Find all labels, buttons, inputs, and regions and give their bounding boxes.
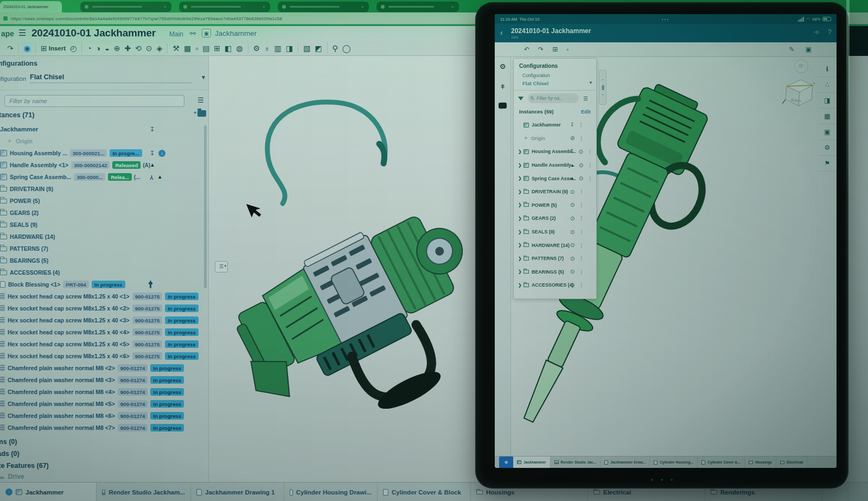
tree-row[interactable]: Hex socket head cap screw M8x1.25 x 40 <… bbox=[0, 326, 209, 338]
tree-row[interactable]: Block Blessing <1>PRT-094In progress bbox=[0, 278, 209, 290]
isolate-icon[interactable]: ◑ bbox=[94, 43, 103, 54]
release-icon[interactable]: ↧ bbox=[150, 126, 155, 132]
tree-row[interactable]: ❯SEALS (9)⊙⋮ bbox=[514, 225, 596, 239]
tree-row[interactable]: Chamfered plain washer normal M8 <3>900-… bbox=[0, 374, 209, 386]
move-icon[interactable]: ✚ bbox=[122, 43, 133, 54]
tree-row[interactable]: ❯PATTERNS (7)⊙⋮ bbox=[514, 252, 596, 265]
warning-triangle-icon[interactable]: ▲ bbox=[150, 162, 155, 168]
panel-section-header[interactable]: Mate Features (67) bbox=[0, 460, 209, 472]
browser-tab[interactable]: × bbox=[80, 2, 171, 12]
panel-scrollbar[interactable] bbox=[204, 125, 207, 288]
visibility-icon[interactable]: ⊙ bbox=[570, 269, 575, 275]
chevron-right-icon[interactable]: ❯ bbox=[518, 256, 523, 261]
tree-row[interactable]: Chamfered plain washer normal M8 <4>900-… bbox=[0, 386, 209, 398]
tags-icon[interactable]: ◩ bbox=[312, 43, 324, 54]
tree-row[interactable]: Spring Case Assemb...300-0000...Relea...… bbox=[0, 171, 209, 183]
browser-tab[interactable]: × bbox=[278, 2, 369, 12]
tree-row[interactable]: Chamfered plain washer normal M8 <7>900-… bbox=[0, 422, 209, 434]
tree-row[interactable]: ❯POWER (5)⊙⋮ bbox=[514, 199, 596, 212]
display-states-icon[interactable]: ◍ bbox=[234, 43, 245, 54]
tree-row[interactable]: ❯HARDWARE (14)⊙⋮ bbox=[514, 238, 596, 252]
present-icon[interactable]: ▣ bbox=[806, 46, 812, 53]
update-available-icon[interactable]: ↓ bbox=[158, 150, 165, 157]
doc-tab[interactable]: Cylinder Housing... bbox=[650, 456, 698, 468]
warning-triangle-icon[interactable]: ▲ bbox=[570, 176, 575, 181]
kebab-menu-icon[interactable]: ⋮ bbox=[579, 136, 584, 141]
kebab-menu-icon[interactable]: ⋮ bbox=[579, 189, 584, 194]
mate-icon[interactable]: ⚒ bbox=[170, 43, 182, 54]
kebab-menu-icon[interactable]: ⋮ bbox=[588, 162, 592, 168]
comments-icon[interactable] bbox=[499, 103, 507, 109]
translate-icon[interactable]: ⊙ bbox=[144, 43, 155, 54]
appearance-icon[interactable]: ◨ bbox=[818, 93, 837, 109]
tree-row[interactable]: PATTERNS (7) bbox=[0, 243, 209, 255]
doc-tab[interactable]: ◦Jackhammer bbox=[0, 483, 97, 501]
orbit-mode-icon[interactable]: ⟳ bbox=[794, 59, 808, 73]
panel-collapse-handle[interactable]: ⌃|||⌄ bbox=[599, 70, 607, 105]
share-icon[interactable]: ∴ bbox=[818, 77, 837, 93]
markup-icon[interactable]: ✎ bbox=[789, 46, 795, 53]
appearance-icon[interactable]: ◧ bbox=[222, 43, 234, 54]
tree-row[interactable]: ❯BEARINGS (5)⊙⋮ bbox=[514, 265, 596, 279]
kebab-menu-icon[interactable]: ⋮ bbox=[579, 215, 584, 221]
view-cube[interactable]: Bottom x bbox=[779, 74, 817, 110]
doc-tab[interactable]: Electrical bbox=[776, 456, 807, 468]
section-view-icon[interactable]: ◯ bbox=[340, 43, 353, 54]
select-tool-icon[interactable]: ◉ bbox=[22, 43, 33, 54]
comb-icon[interactable]: ▥ bbox=[272, 43, 284, 54]
relation-icon[interactable]: ▫ bbox=[193, 43, 200, 54]
visibility-icon[interactable]: ⊙ bbox=[570, 215, 575, 221]
tree-row[interactable]: Chamfered plain washer normal M8 <2>900-… bbox=[0, 362, 209, 374]
tree-row[interactable]: DRIVETRAIN (9) bbox=[0, 183, 209, 195]
visibility-icon[interactable]: ⊙ bbox=[579, 162, 583, 168]
drive-row[interactable]: ▸ ☁ Drive bbox=[0, 473, 24, 480]
group-icon[interactable]: ▦ bbox=[182, 43, 193, 54]
copy-icon[interactable]: ⊞ bbox=[552, 46, 558, 53]
chevron-down-icon[interactable]: ▼ bbox=[201, 74, 206, 80]
chevron-right-icon[interactable]: ❯ bbox=[518, 230, 523, 234]
kebab-menu-icon[interactable]: ⋮ bbox=[579, 229, 584, 234]
bom-icon[interactable]: ▦ bbox=[818, 109, 837, 124]
insert-button[interactable]: ⊞Insert bbox=[39, 43, 68, 54]
configurations-icon[interactable]: ⚙ bbox=[251, 43, 263, 54]
tablet-branch-name[interactable]: Dev bbox=[512, 35, 518, 39]
visibility-icon[interactable]: ⊙ bbox=[570, 189, 575, 195]
tree-row[interactable]: Jackhammer↧ bbox=[0, 123, 209, 135]
tree-row[interactable]: ❯GEARS (2)⊙⋮ bbox=[514, 212, 596, 225]
redo-icon[interactable]: ↷ bbox=[538, 46, 544, 53]
visibility-off-icon[interactable]: ⊘ bbox=[570, 135, 575, 141]
tree-row[interactable]: Hex socket head cap screw M8x1.25 x 40 <… bbox=[0, 290, 209, 302]
doc-tab-chip-icon[interactable]: ▣ bbox=[202, 29, 211, 37]
visibility-icon[interactable]: ⊙ bbox=[570, 282, 575, 288]
tree-row[interactable]: Hex socket head cap screw M8x1.25 x 40 <… bbox=[0, 314, 209, 326]
doc-tab[interactable]: Jackhammer bbox=[513, 456, 551, 468]
doc-tab[interactable]: Cylinder Housing Drawi... bbox=[284, 483, 378, 501]
kebab-menu-icon[interactable]: ⋮ bbox=[579, 269, 584, 275]
tree-row[interactable]: ❯Housing Assembl...↧⊙⋮ bbox=[514, 145, 596, 158]
kebab-menu-icon[interactable]: ⋮ bbox=[579, 282, 584, 288]
instances-header[interactable]: Instances (71) bbox=[0, 111, 34, 119]
tree-row[interactable]: ❯Spring Case Asse...▲⊙⋮ bbox=[514, 172, 596, 185]
chevron-right-icon[interactable]: ❯ bbox=[518, 149, 523, 154]
tree-row[interactable]: Chamfered plain washer normal M8 <5>900-… bbox=[0, 398, 209, 410]
tree-row[interactable]: Handle Assembly <1>300-00002142Released(… bbox=[0, 159, 209, 171]
explode-icon[interactable]: ⊕ bbox=[112, 43, 123, 54]
kebab-menu-icon[interactable]: ⋮ bbox=[588, 176, 592, 181]
configurations-panel-icon[interactable]: ⚙ bbox=[500, 62, 506, 71]
doc-tab[interactable]: Render Studio Jac... bbox=[551, 456, 601, 468]
kebab-menu-icon[interactable]: ⋮ bbox=[579, 243, 584, 248]
chevron-right-icon[interactable]: ❯ bbox=[518, 269, 523, 274]
tree-row[interactable]: POWER (5) bbox=[0, 195, 209, 207]
visibility-icon[interactable]: ⊙ bbox=[570, 202, 575, 208]
info-icon[interactable]: ℹ bbox=[818, 61, 837, 77]
warning-triangle-icon[interactable]: ▲ bbox=[570, 163, 575, 168]
doc-tab[interactable]: Jackhammer Draw... bbox=[601, 456, 650, 468]
mate-connector-icon[interactable]: ♁ bbox=[262, 43, 272, 54]
doc-tab[interactable]: Cylinder Cover &... bbox=[698, 456, 745, 468]
release-icon[interactable]: ↧ bbox=[570, 122, 575, 128]
visibility-icon[interactable]: ⊙ bbox=[570, 256, 575, 262]
release-icon[interactable]: ↧ bbox=[570, 149, 575, 154]
doc-tab[interactable]: Housings bbox=[745, 456, 776, 468]
browser-tab[interactable]: × bbox=[376, 2, 459, 12]
panel-section-header[interactable]: Items (0) bbox=[0, 436, 209, 448]
